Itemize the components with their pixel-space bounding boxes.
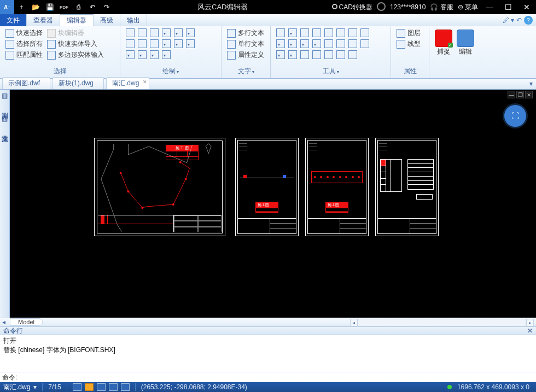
fast-import-button[interactable]: 快速实体导入 [47, 39, 104, 49]
chamfer-tool[interactable] [312, 39, 321, 48]
rect-tool[interactable] [150, 28, 159, 37]
erase-tool[interactable] [276, 50, 285, 59]
measure-tool[interactable] [300, 50, 309, 59]
align-tool[interactable] [360, 39, 369, 48]
quick-select-button[interactable]: 快速选择 [5, 28, 43, 38]
select-all-button[interactable]: 选择所有 [5, 39, 43, 49]
cloud-tool[interactable] [186, 39, 195, 48]
copy-tool[interactable] [288, 28, 297, 37]
point-tool[interactable] [186, 28, 195, 37]
move-tool[interactable] [276, 28, 285, 37]
spline-tool[interactable] [138, 28, 147, 37]
mirror-tool[interactable] [348, 28, 357, 37]
fillet-tool[interactable] [300, 39, 309, 48]
settings-icon[interactable]: 🖊 ▾ [503, 16, 514, 24]
canvas-max[interactable]: ❐ [516, 91, 524, 98]
line-tool[interactable] [126, 28, 135, 37]
help-icon[interactable]: ? [524, 16, 533, 25]
qat-undo-button[interactable]: ↶ [85, 0, 100, 14]
qat-redo-button[interactable]: ↷ [100, 0, 114, 14]
canvas-min[interactable]: — [508, 91, 515, 98]
sb-tool-3[interactable] [97, 383, 106, 391]
qat-open-button[interactable]: 📂 [28, 0, 43, 14]
stretch-tool[interactable] [288, 39, 297, 48]
group-tools-label[interactable]: 工具 [274, 66, 387, 78]
region-tool[interactable] [174, 39, 183, 48]
left-tab-lib[interactable]: 测库 [0, 102, 10, 113]
tab-viewer[interactable]: 查看器 [27, 14, 60, 26]
hatch-tool[interactable] [126, 50, 135, 59]
left-panel-icon2[interactable]: ▥ [2, 115, 8, 122]
table-tool[interactable] [162, 50, 171, 59]
group-text-label[interactable]: 文字 [225, 66, 267, 78]
sb-tool-2[interactable] [85, 383, 94, 391]
linetype-button[interactable]: 线型 [397, 39, 421, 49]
explode-tool[interactable] [348, 39, 357, 48]
rotate-tool[interactable] [300, 28, 309, 37]
block-tool[interactable] [324, 50, 333, 59]
viewcube-icon[interactable]: ⛶ [504, 105, 526, 127]
sb-file-drop[interactable]: ▾ [33, 383, 37, 391]
break-tool[interactable] [324, 39, 333, 48]
canvas-close[interactable]: ✕ [525, 91, 533, 98]
offset-tool[interactable] [336, 28, 345, 37]
sb-tool-5[interactable] [121, 383, 130, 391]
model-tab[interactable]: Model [10, 318, 43, 326]
tab-advanced[interactable]: 高级 [94, 14, 120, 26]
qat-new-button[interactable]: + [14, 0, 28, 14]
left-panel-icon[interactable]: ▥ [2, 92, 8, 100]
tab-editor[interactable]: 编辑器 [60, 14, 94, 26]
insert-tool[interactable] [336, 50, 345, 59]
hscrollbar[interactable]: ◂▸ [350, 319, 534, 326]
drawing-canvas[interactable]: — ❐ ✕ ⛶ 施 工 图 [10, 90, 536, 318]
poly-import-button[interactable]: 多边形实体输入 [47, 50, 104, 60]
left-tab-support[interactable]: 支撑法 [0, 125, 10, 136]
array-tool[interactable] [360, 28, 369, 37]
support-link[interactable]: 🎧 客服 [430, 3, 453, 12]
tab-file[interactable]: 文件 [0, 14, 27, 26]
maximize-button[interactable]: ☐ [501, 2, 515, 13]
doc-tab-3[interactable]: 南汇.dwg✕ [106, 77, 149, 89]
qat-save-button[interactable]: 💾 [43, 0, 57, 14]
layer-button[interactable]: 图层 [397, 28, 421, 38]
tab-output[interactable]: 输出 [120, 14, 147, 26]
help-undo-icon[interactable]: ↶ [516, 16, 522, 24]
user-avatar[interactable] [377, 2, 386, 13]
qat-pdf-button[interactable]: PDF [57, 0, 71, 14]
doc-tab-1[interactable]: 示例图.dwf [2, 77, 50, 89]
cmd-input[interactable] [19, 373, 536, 382]
trim-tool[interactable] [312, 28, 321, 37]
layout-prev[interactable]: ◂ [0, 318, 8, 326]
close-button[interactable]: ✕ [520, 2, 534, 13]
ellipse-tool[interactable] [138, 39, 147, 48]
ring-tool[interactable] [162, 39, 171, 48]
arc-tool[interactable] [126, 39, 135, 48]
divide-tool[interactable] [288, 50, 297, 59]
converter-link[interactable]: CAD转换器 [332, 3, 372, 12]
circle-tool[interactable] [150, 39, 159, 48]
group-draw-label[interactable]: 绘制 [124, 66, 218, 78]
edit-button[interactable]: 编辑 [455, 28, 476, 76]
sb-tool-4[interactable] [109, 383, 118, 391]
qat-print-button[interactable]: ⎙ [71, 0, 85, 14]
extend-tool[interactable] [324, 28, 333, 37]
attdef-button[interactable]: 属性定义 [227, 50, 264, 60]
stext-button[interactable]: 单行文本 [227, 39, 264, 49]
scale-tool[interactable] [276, 39, 285, 48]
menu-link[interactable]: ⊜ 菜单 [458, 3, 478, 12]
lengthen-tool[interactable] [312, 50, 321, 59]
snap-button[interactable]: ✓ 捕捉 [433, 28, 455, 76]
boundary-tool[interactable] [150, 50, 159, 59]
join-tool[interactable] [336, 39, 345, 48]
sb-tool-1[interactable] [73, 383, 81, 391]
match-prop-button[interactable]: 匹配属性 [5, 50, 43, 60]
close-tab-icon[interactable]: ✕ [143, 79, 147, 85]
mtext-button[interactable]: 多行文本 [227, 28, 264, 38]
polygon-tool[interactable] [174, 28, 183, 37]
doc-tab-2[interactable]: 新块(1).dwg [53, 77, 104, 89]
minimize-button[interactable]: — [482, 2, 497, 13]
user-name[interactable]: 123****8910 [390, 3, 426, 11]
gradient-tool[interactable] [138, 50, 147, 59]
tabs-dropdown[interactable]: ▾ [529, 80, 533, 87]
polyline-tool[interactable] [162, 28, 171, 37]
